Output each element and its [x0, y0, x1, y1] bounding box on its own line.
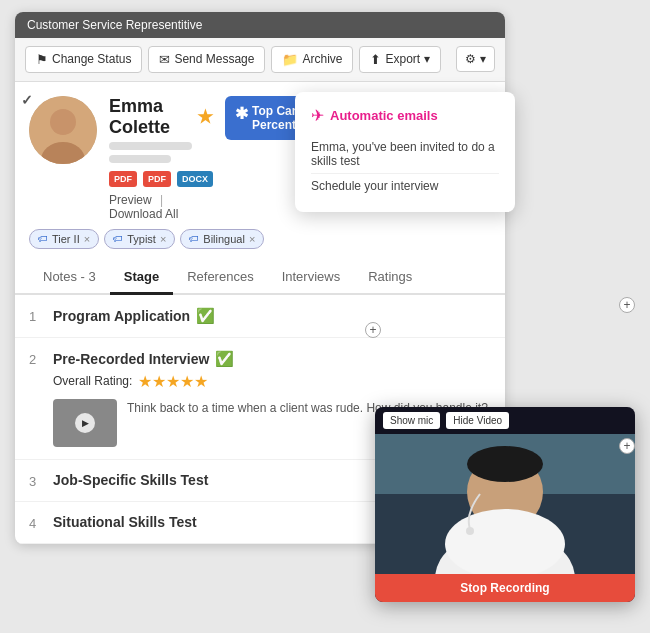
stage-num-4: 4 — [29, 516, 43, 531]
avatar-wrap: ✓ — [29, 96, 97, 164]
gear-chevron-icon: ▾ — [480, 52, 486, 66]
change-status-button[interactable]: ⚑ Change Status — [25, 46, 142, 73]
profile-name: Emma Colette ★ — [109, 96, 213, 138]
favorite-star-icon[interactable]: ★ — [197, 106, 213, 128]
stage-num-2: 2 — [29, 352, 43, 367]
toolbar: ⚑ Change Status ✉ Send Message 📁 Archive… — [15, 38, 505, 82]
auto-emails-popup: ✈ Automatic emails Emma, you've been inv… — [295, 92, 515, 212]
window-title: Customer Service Representitive — [27, 18, 202, 32]
popup-item-1[interactable]: Emma, you've been invited to do a skills… — [311, 135, 499, 174]
stage-content-1: Program Application ✅ — [53, 307, 491, 325]
profile-details — [109, 142, 213, 163]
checkmark-icon: ✓ — [21, 92, 33, 108]
profile-line-1 — [109, 142, 192, 150]
tab-references[interactable]: References — [173, 261, 267, 295]
tag-icon-bilingual: 🏷 — [189, 233, 199, 244]
tags-row: 🏷 Tier II × 🏷 Typist × 🏷 Bilingual × — [29, 229, 491, 249]
stage-title-2: Pre-Recorded Interview ✅ — [53, 350, 491, 368]
tabs-row: Notes - 3 Stage References Interviews Ra… — [15, 261, 505, 295]
tag-bilingual: 🏷 Bilingual × — [180, 229, 264, 249]
overall-rating: Overall Rating: ★★★★★ — [53, 372, 491, 391]
docx-icon[interactable]: DOCX — [177, 171, 213, 187]
send-plane-icon: ✈ — [311, 106, 324, 125]
tags-section: 🏷 Tier II × 🏷 Typist × 🏷 Bilingual × — [15, 221, 505, 249]
tag-label-bilingual: Bilingual — [203, 233, 245, 245]
play-button[interactable]: ▶ — [75, 413, 95, 433]
archive-button[interactable]: 📁 Archive — [271, 46, 353, 73]
tag-typist: 🏷 Typist × — [104, 229, 175, 249]
video-thumbnail[interactable]: ▶ — [53, 399, 117, 447]
tab-interviews[interactable]: Interviews — [268, 261, 355, 295]
recording-person — [375, 434, 635, 574]
stop-recording-button[interactable]: Stop Recording — [375, 574, 635, 602]
table-row: 1 Program Application ✅ — [15, 295, 505, 338]
stage-num-1: 1 — [29, 309, 43, 324]
popup-item-2[interactable]: Schedule your interview — [311, 174, 499, 198]
tag-close-tier[interactable]: × — [84, 233, 90, 245]
add-connector-2[interactable]: + — [619, 297, 635, 313]
doc-icons: PDF PDF DOCX — [109, 171, 213, 187]
recording-video-area — [375, 434, 635, 574]
profile-line-2 — [109, 155, 171, 163]
send-message-icon: ✉ — [159, 52, 170, 67]
avatar — [29, 96, 97, 164]
send-message-button[interactable]: ✉ Send Message — [148, 46, 265, 73]
tag-icon-tier: 🏷 — [38, 233, 48, 244]
change-status-icon: ⚑ — [36, 52, 48, 67]
svg-point-9 — [466, 527, 474, 535]
gear-button[interactable]: ⚙ ▾ — [456, 46, 495, 72]
svg-point-1 — [50, 109, 76, 135]
recording-overlay: Show mic Hide Video — [375, 407, 635, 602]
hide-video-button[interactable]: Hide Video — [446, 412, 509, 429]
export-button[interactable]: ⬆ Export ▾ — [359, 46, 441, 73]
tag-label-tier: Tier II — [52, 233, 80, 245]
profile-info: Emma Colette ★ PDF PDF DOCX Preview | Do… — [109, 96, 213, 221]
export-icon: ⬆ — [370, 52, 381, 67]
recording-header: Show mic Hide Video — [375, 407, 635, 434]
gear-icon: ⚙ — [465, 52, 476, 66]
tag-close-typist[interactable]: × — [160, 233, 166, 245]
tab-notes[interactable]: Notes - 3 — [29, 261, 110, 295]
stage-num-3: 3 — [29, 474, 43, 489]
popup-title: ✈ Automatic emails — [311, 106, 499, 125]
tag-close-bilingual[interactable]: × — [249, 233, 255, 245]
preview-link[interactable]: Preview — [109, 193, 152, 207]
add-connector-1[interactable]: + — [365, 322, 381, 338]
check-circle-2: ✅ — [215, 350, 234, 368]
tab-stage[interactable]: Stage — [110, 261, 173, 295]
export-chevron-icon: ▾ — [424, 52, 430, 66]
check-circle-1: ✅ — [196, 307, 215, 325]
archive-icon: 📁 — [282, 52, 298, 67]
tag-icon-typist: 🏷 — [113, 233, 123, 244]
svg-point-7 — [467, 446, 543, 482]
download-all-link[interactable]: Download All — [109, 207, 178, 221]
doc-links: Preview | Download All — [109, 193, 213, 221]
pdf-icon-1[interactable]: PDF — [109, 171, 137, 187]
popup-title-text: Automatic emails — [330, 108, 438, 123]
tag-label-typist: Typist — [127, 233, 156, 245]
add-connector-3[interactable]: + — [619, 438, 635, 454]
rating-stars: ★★★★★ — [138, 372, 208, 391]
tab-ratings[interactable]: Ratings — [354, 261, 426, 295]
tag-tier-ii: 🏷 Tier II × — [29, 229, 99, 249]
show-mic-button[interactable]: Show mic — [383, 412, 440, 429]
window-title-bar: Customer Service Representitive — [15, 12, 505, 38]
pdf-icon-2[interactable]: PDF — [143, 171, 171, 187]
top-candidate-icon: ✱ — [235, 104, 248, 123]
stage-title-1: Program Application ✅ — [53, 307, 491, 325]
